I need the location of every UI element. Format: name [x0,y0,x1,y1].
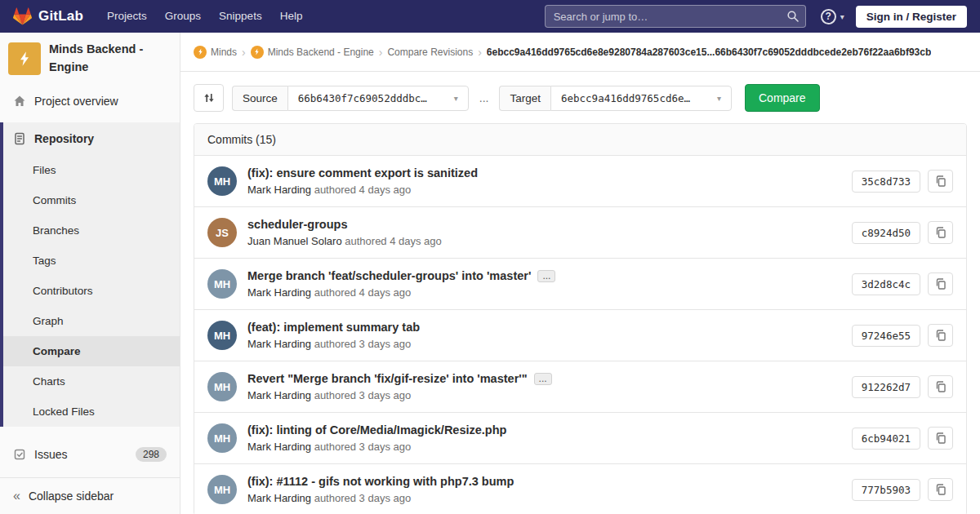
commit-info: (fix): linting of Core/Media/Imagick/Res… [247,423,839,453]
commit-title-link[interactable]: (fix): #1112 - gifs not working with php… [247,475,514,488]
sidebar-subitem[interactable]: Locked Files [3,397,180,427]
commits-count-header: Commits (15) [194,124,966,156]
commit-sha-button[interactable]: 6cb94021 [852,428,920,450]
commit-title-link[interactable]: Merge branch 'feat/scheduler-groups' int… [247,269,531,282]
gitlab-home-link[interactable]: GitLab [13,7,83,25]
search-input[interactable] [545,5,806,28]
search-icon [786,10,800,23]
chevron-down-icon: ▾ [454,94,458,103]
copy-sha-button[interactable] [928,170,953,193]
home-icon [13,95,26,108]
copy-sha-button[interactable] [928,273,953,295]
commit-timestamp: authored 3 days ago [314,492,412,504]
commit-author-link[interactable]: Mark Harding [247,441,311,453]
sidebar-subitem[interactable]: Charts [3,366,180,397]
top-navbar: GitLab Projects Groups Snippets Help ? ▾… [0,0,980,33]
commit-list: MH (fix): ensure comment export is sanit… [194,156,966,514]
compare-button[interactable]: Compare [745,84,820,112]
sidebar-subitem[interactable]: Tags [3,246,180,276]
chevron-down-icon: ▾ [840,12,844,21]
sign-in-button[interactable]: Sign in / Register [856,6,967,28]
copy-sha-button[interactable] [928,221,953,244]
author-avatar[interactable]: MH [207,475,237,504]
nav-link[interactable]: Help [271,0,312,33]
collapse-sidebar-button[interactable]: « Collapse sidebar [0,478,180,514]
project-header-link[interactable]: Minds Backend - Engine [0,33,180,85]
sidebar-item-issues[interactable]: Issues 298 [0,438,180,471]
author-avatar[interactable]: MH [207,269,237,299]
target-label: Target [499,86,550,111]
commit-title-link[interactable]: (fix): ensure comment export is sanitize… [247,166,478,179]
commit-author-link[interactable]: Mark Harding [247,286,311,299]
group-avatar [251,46,264,59]
author-avatar[interactable]: MH [207,166,237,196]
sidebar-subitem[interactable]: Branches [3,215,180,246]
breadcrumb-item[interactable]: Minds Backend - Engine [251,46,374,59]
commit-info: (fix): #1112 - gifs not working with php… [247,475,839,504]
commit-sha-button[interactable]: 97246e55 [852,325,920,347]
project-sidebar: Minds Backend - Engine Project overview … [0,33,180,514]
commit-author-link[interactable]: Mark Harding [247,389,311,401]
repository-submenu: Files Commits Branches Tags Contributors… [3,155,180,427]
commit-info: (feat): implement summary tab Mark Hardi… [247,321,839,350]
commit-sha-button[interactable]: 777b5903 [852,479,920,501]
copy-sha-button[interactable] [928,324,953,347]
commit-title-link[interactable]: (feat): implement summary tab [247,321,420,334]
commit-title-link[interactable]: scheduler-groups [247,218,347,231]
nav-link[interactable]: Groups [156,0,210,33]
commit-sha-button[interactable]: 3d2d8c4c [852,273,920,295]
breadcrumb-item[interactable]: Compare Revisions [387,47,473,58]
sidebar-subitem[interactable]: Compare [3,336,180,366]
double-chevron-left-icon: « [13,490,20,503]
commit-info: Merge branch 'feat/scheduler-groups' int… [247,269,839,299]
copy-to-clipboard-icon [934,329,947,342]
repository-icon [13,132,26,145]
navbar-links: Projects Groups Snippets Help [98,0,311,33]
commit-author-link[interactable]: Mark Harding [247,338,311,350]
expand-commit-message-button[interactable]: ... [537,270,555,282]
compare-form: Source 66b6430f7c69052dddbc… ▾ ... Targe… [180,72,980,123]
author-avatar[interactable]: JS [207,218,237,247]
commit-timestamp: authored 3 days ago [314,389,412,401]
sidebar-subitem[interactable]: Commits [3,185,180,215]
swap-revisions-button[interactable] [194,84,224,112]
copy-to-clipboard-icon [934,380,947,393]
copy-sha-button[interactable] [928,427,953,450]
sidebar-subitem[interactable]: Graph [3,306,180,336]
commit-title-link[interactable]: (fix): linting of Core/Media/Imagick/Res… [247,423,506,436]
commit-actions: 6cb94021 [852,427,953,450]
expand-commit-message-button[interactable]: ... [534,373,552,385]
help-dropdown[interactable]: ? ▾ [821,9,844,24]
author-avatar[interactable]: MH [207,321,237,350]
commit-title: (fix): ensure comment export is sanitize… [247,166,839,179]
sidebar-item-repository[interactable]: Repository [3,122,180,155]
target-revision-dropdown[interactable]: 6ebcc9a416dd9765cd6e… ▾ [550,86,732,111]
copy-sha-button[interactable] [928,478,953,501]
commit-actions: 97246e55 [852,324,953,347]
commit-sha-button[interactable]: c8924d50 [852,222,920,244]
nav-link[interactable]: Projects [98,0,156,33]
commit-sha-button[interactable]: 35c8d733 [852,171,920,193]
breadcrumb-separator-icon: › [242,46,246,59]
breadcrumb-item[interactable]: Minds [194,46,237,59]
source-revision-dropdown[interactable]: 66b6430f7c69052dddbc… ▾ [287,86,469,111]
commit-title-link[interactable]: Revert "Merge branch 'fix/gif-resize' in… [247,372,528,385]
gitlab-tanuki-icon [13,7,32,25]
copy-sha-button[interactable] [928,375,953,398]
commit-meta: Mark Harding authored 3 days ago [247,441,839,453]
nav-link[interactable]: Snippets [210,0,271,33]
author-avatar[interactable]: MH [207,372,237,401]
source-revision-value: 66b6430f7c69052dddbc… [298,92,427,104]
commit-author-link[interactable]: Mark Harding [247,184,311,196]
commit-author-link[interactable]: Juan Manuel Solaro [247,235,342,247]
commit-meta: Juan Manuel Solaro authored 4 days ago [247,235,839,247]
group-avatar [194,46,207,59]
sidebar-subitem[interactable]: Contributors [3,276,180,306]
sidebar-item-project-overview[interactable]: Project overview [0,85,180,117]
commit-row: MH (fix): #1112 - gifs not working with … [194,464,966,514]
commit-sha-button[interactable]: 912262d7 [852,376,920,398]
author-avatar[interactable]: MH [207,423,237,453]
sidebar-subitem[interactable]: Files [3,155,180,185]
commit-author-link[interactable]: Mark Harding [247,492,311,504]
breadcrumb-label: Minds Backend - Engine [268,47,374,58]
